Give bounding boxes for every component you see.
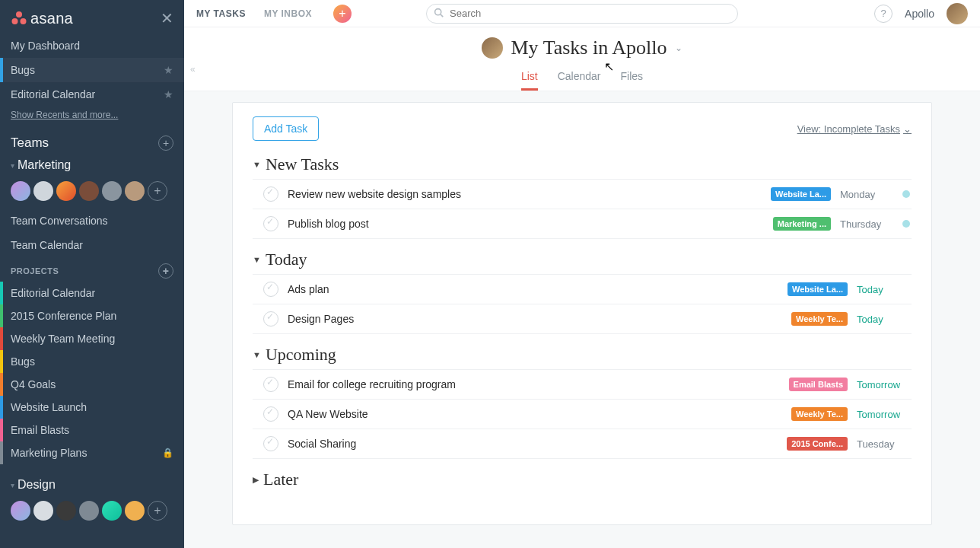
task-check[interactable] bbox=[263, 406, 278, 422]
project-tag[interactable]: Marketing ... bbox=[773, 217, 831, 231]
task-title[interactable]: Design Pages bbox=[288, 313, 782, 325]
triangle-down-icon: ▼ bbox=[253, 255, 261, 264]
task-check[interactable] bbox=[263, 186, 278, 202]
user-avatar[interactable] bbox=[947, 3, 968, 24]
avatar[interactable] bbox=[102, 181, 122, 201]
nav-team-calendar[interactable]: Team Calendar bbox=[0, 233, 184, 257]
avatar[interactable] bbox=[33, 501, 53, 521]
task-row[interactable]: Ads planWebsite La...Today bbox=[253, 274, 912, 304]
project-tag[interactable]: 2015 Confe... bbox=[787, 437, 848, 451]
view-tab-list[interactable]: List bbox=[521, 65, 538, 91]
expand-handle-icon[interactable]: « bbox=[190, 64, 196, 75]
view-filter-dropdown[interactable]: View: Incomplete Tasks ⌄ bbox=[797, 123, 912, 135]
task-check[interactable] bbox=[263, 436, 278, 451]
avatar[interactable] bbox=[56, 501, 76, 521]
avatar[interactable] bbox=[56, 181, 76, 201]
add-task-button[interactable]: Add Task bbox=[253, 116, 319, 141]
project-item[interactable]: Email Blasts bbox=[0, 419, 184, 441]
task-row[interactable]: Email for college recruiting programEmai… bbox=[253, 369, 912, 400]
project-tag[interactable]: Website La... bbox=[771, 187, 831, 201]
logo-icon bbox=[11, 11, 27, 26]
due-date[interactable]: Tomorrow bbox=[857, 409, 910, 420]
due-date[interactable]: Thursday bbox=[840, 218, 893, 230]
due-date[interactable]: Today bbox=[857, 284, 910, 295]
project-item[interactable]: Website Launch bbox=[0, 396, 184, 419]
topbar: MY TASKS MY INBOX + ? Apollo bbox=[184, 0, 980, 27]
tab-my-tasks[interactable]: MY TASKS bbox=[196, 8, 246, 19]
due-date[interactable]: Tomorrow bbox=[857, 379, 910, 390]
task-title[interactable]: Review new website design samples bbox=[288, 188, 762, 200]
nav-fav-editorial[interactable]: Editorial Calendar ★ bbox=[0, 82, 184, 107]
task-row[interactable]: Design PagesWeekly Te...Today bbox=[253, 304, 912, 334]
tab-my-inbox[interactable]: MY INBOX bbox=[264, 8, 312, 19]
avatar[interactable] bbox=[11, 181, 30, 201]
project-tag[interactable]: Weekly Te... bbox=[791, 312, 848, 326]
view-tab-files[interactable]: Files bbox=[621, 65, 644, 91]
project-tag[interactable]: Weekly Te... bbox=[791, 407, 848, 421]
avatar[interactable] bbox=[79, 181, 99, 201]
title-dropdown[interactable]: ⌄ bbox=[675, 43, 682, 53]
due-date[interactable]: Monday bbox=[840, 189, 893, 200]
section-today[interactable]: ▼Today bbox=[253, 250, 912, 269]
nav-team-conversations[interactable]: Team Conversations bbox=[0, 209, 184, 233]
nav-show-recents[interactable]: Show Recents and more... bbox=[0, 107, 184, 128]
add-member-button[interactable]: + bbox=[148, 501, 167, 521]
task-title[interactable]: Social Sharing bbox=[288, 438, 778, 450]
project-item[interactable]: Editorial Calendar bbox=[0, 282, 184, 304]
task-row[interactable]: Social Sharing2015 Confe...Tuesday bbox=[253, 429, 912, 459]
task-row[interactable]: QA New WebsiteWeekly Te...Tomorrow bbox=[253, 400, 912, 429]
svg-point-0 bbox=[16, 11, 22, 18]
section-later[interactable]: ▶Later bbox=[253, 470, 912, 489]
search-input[interactable] bbox=[426, 4, 738, 24]
star-icon[interactable]: ★ bbox=[164, 88, 173, 100]
due-date[interactable]: Tuesday bbox=[857, 438, 910, 450]
project-label: 2015 Conference Plan bbox=[11, 310, 116, 322]
avatar[interactable] bbox=[79, 501, 99, 521]
close-icon[interactable]: ✕ bbox=[161, 9, 173, 27]
project-tag[interactable]: Email Blasts bbox=[789, 378, 848, 391]
project-item[interactable]: Weekly Team Meeting bbox=[0, 327, 184, 350]
sidebar: asana ✕ My Dashboard Bugs ★ Editorial Ca… bbox=[0, 0, 184, 548]
avatar[interactable] bbox=[102, 501, 122, 521]
team-design[interactable]: ▾ Design bbox=[0, 473, 184, 496]
follower-dot bbox=[902, 190, 910, 198]
nav-my-dashboard[interactable]: My Dashboard bbox=[0, 33, 184, 58]
task-check[interactable] bbox=[263, 377, 278, 392]
project-item[interactable]: Marketing Plans🔒 bbox=[0, 441, 184, 464]
task-row[interactable]: Publish blog postMarketing ...Thursday bbox=[253, 209, 912, 239]
task-title[interactable]: Ads plan bbox=[288, 283, 778, 295]
task-check[interactable] bbox=[263, 311, 278, 327]
svg-point-1 bbox=[12, 18, 18, 24]
add-project-button[interactable]: + bbox=[158, 263, 173, 279]
avatar[interactable] bbox=[11, 501, 30, 521]
project-item[interactable]: Q4 Goals bbox=[0, 373, 184, 396]
logo[interactable]: asana bbox=[11, 10, 73, 27]
avatar[interactable] bbox=[125, 181, 145, 201]
section-upcoming[interactable]: ▼Upcoming bbox=[253, 345, 912, 365]
project-item[interactable]: 2015 Conference Plan bbox=[0, 304, 184, 327]
section-new-tasks[interactable]: ▼New Tasks bbox=[253, 155, 912, 174]
project-item[interactable]: Bugs bbox=[0, 350, 184, 373]
nav-fav-bugs[interactable]: Bugs ★ bbox=[0, 58, 184, 82]
team-marketing[interactable]: ▾ Marketing bbox=[0, 154, 184, 177]
task-row[interactable]: Review new website design samplesWebsite… bbox=[253, 179, 912, 209]
task-title[interactable]: QA New Website bbox=[288, 408, 782, 420]
due-date[interactable]: Today bbox=[857, 314, 910, 325]
task-title[interactable]: Email for college recruiting program bbox=[288, 378, 780, 390]
user-menu[interactable]: Apollo bbox=[905, 8, 934, 20]
task-title[interactable]: Publish blog post bbox=[288, 218, 764, 230]
task-check[interactable] bbox=[263, 282, 278, 297]
avatar[interactable] bbox=[125, 501, 145, 521]
project-tag[interactable]: Website La... bbox=[788, 282, 848, 296]
add-member-button[interactable]: + bbox=[148, 181, 167, 201]
add-team-button[interactable]: + bbox=[158, 135, 173, 151]
global-add-button[interactable]: + bbox=[333, 5, 352, 23]
star-icon[interactable]: ★ bbox=[164, 64, 173, 76]
nav-fav-label: Bugs bbox=[11, 64, 35, 76]
task-check[interactable] bbox=[263, 216, 278, 231]
project-label: Marketing Plans bbox=[11, 447, 87, 459]
avatar[interactable] bbox=[33, 181, 53, 201]
triangle-down-icon: ▼ bbox=[253, 350, 261, 359]
view-tab-calendar[interactable]: Calendar bbox=[558, 65, 601, 91]
help-button[interactable]: ? bbox=[874, 5, 892, 23]
